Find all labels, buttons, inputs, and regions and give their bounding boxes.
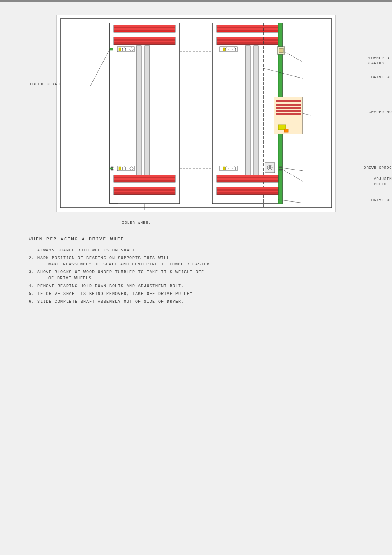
svg-rect-17 <box>110 48 113 50</box>
svg-rect-46 <box>223 48 225 51</box>
svg-rect-59 <box>217 175 278 177</box>
drive-shaft-label: DRIVE SHAFT <box>371 76 392 80</box>
svg-rect-69 <box>279 169 282 170</box>
page: IDLER SHAFT PLUMMER BLOCKBEARING DRIVE S… <box>0 0 392 555</box>
instruction-item-4: 4. REMOVE BEARING HOLD DOWN BOLTS AND AD… <box>29 283 367 289</box>
technical-drawing <box>56 15 336 212</box>
svg-rect-12 <box>136 46 141 181</box>
svg-rect-41 <box>245 46 250 181</box>
idler-shaft-label: IDLER SHAFT <box>30 83 61 87</box>
content-area: IDLER SHAFT PLUMMER BLOCKBEARING DRIVE S… <box>0 2 392 323</box>
svg-rect-5 <box>114 25 175 27</box>
svg-rect-10 <box>114 41 175 42</box>
svg-rect-29 <box>119 167 121 170</box>
svg-rect-7 <box>114 31 175 32</box>
instruction-item-6: 6. SLIDE COMPLETE SHAFT ASSEMBLY OUT OF … <box>29 299 367 305</box>
svg-rect-18 <box>119 48 121 51</box>
svg-rect-21 <box>114 178 175 180</box>
svg-rect-6 <box>114 28 175 30</box>
diagram-wrapper: IDLER SHAFT PLUMMER BLOCKBEARING DRIVE S… <box>56 15 336 212</box>
drive-wheel-label: DRIVE WHEEL <box>371 198 392 203</box>
svg-rect-23 <box>114 187 175 189</box>
svg-rect-39 <box>217 41 278 42</box>
svg-rect-24 <box>114 191 175 192</box>
svg-rect-60 <box>217 178 278 180</box>
svg-rect-34 <box>217 25 278 27</box>
instruction-item-5: 5. IF DRIVE SHAFT IS BEING REMOVED, TAKE… <box>29 291 367 297</box>
instruction-item-2: 2. MARK POSITION OF BEARING ON SUPPORTS … <box>29 255 367 267</box>
svg-rect-48 <box>279 48 283 53</box>
geared-motor-label: GEARED MOTOR <box>369 110 392 114</box>
diagram-section: IDLER SHAFT PLUMMER BLOCKBEARING DRIVE S… <box>25 15 367 212</box>
svg-rect-67 <box>223 167 225 170</box>
svg-rect-31 <box>111 169 113 170</box>
svg-rect-35 <box>217 28 278 30</box>
drive-sprocket-label: DRIVE SPROCKET <box>364 166 392 170</box>
instructions-section: WHEN REPLACING A DRIVE WHEEL 1. ALWAYS C… <box>25 237 367 305</box>
svg-rect-13 <box>145 46 150 181</box>
svg-rect-62 <box>217 187 278 189</box>
svg-rect-50 <box>276 100 301 102</box>
adjustment-bolts-label: ADJUSTMENTBOLTS <box>374 177 392 187</box>
svg-rect-38 <box>217 37 278 39</box>
svg-rect-20 <box>114 175 175 177</box>
svg-rect-30 <box>111 167 113 168</box>
svg-rect-9 <box>114 37 175 39</box>
instruction-item-3: 3. SHOVE BLOCKS OF WOOD UNDER TUMBLER TO… <box>29 269 367 281</box>
idler-wheel-label: IDLER WHEEL <box>122 221 151 225</box>
instructions-title: WHEN REPLACING A DRIVE WHEEL <box>29 237 367 242</box>
svg-rect-36 <box>217 31 278 32</box>
svg-rect-63 <box>217 191 278 192</box>
svg-rect-53 <box>276 110 301 112</box>
instructions-list: 1. ALWAYS CHANGE BOTH WHEELS ON SHAFT. 2… <box>29 247 367 305</box>
svg-rect-42 <box>254 46 258 181</box>
svg-point-72 <box>269 166 271 169</box>
plummer-block-label: PLUMMER BLOCKBEARING <box>366 56 392 66</box>
svg-rect-56 <box>284 129 288 132</box>
instruction-item-1: 1. ALWAYS CHANGE BOTH WHEELS ON SHAFT. <box>29 247 367 253</box>
svg-rect-54 <box>276 113 301 115</box>
svg-rect-51 <box>276 104 301 106</box>
svg-rect-52 <box>276 107 301 109</box>
